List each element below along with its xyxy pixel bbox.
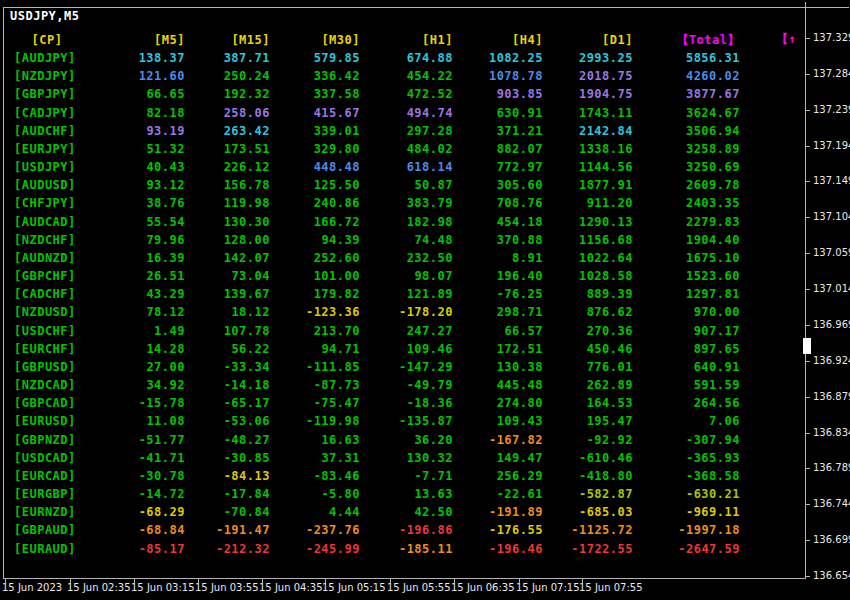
pair-label: [GBPCAD] [14, 396, 80, 410]
value-cell: 107.78 [185, 324, 270, 338]
pair-label: [NZDCAD] [14, 378, 80, 392]
time-label: 15 Jun 07:15 [516, 582, 580, 593]
value-cell: 73.04 [185, 269, 270, 283]
value-cell: 142.07 [185, 251, 270, 265]
price-label: 137.329 [813, 32, 850, 43]
price-label: 137.104 [813, 211, 850, 222]
pair-label: [GBPJPY] [14, 87, 80, 101]
value-cell: -15.78 [80, 396, 185, 410]
table-row: [GBPNZD]-51.77-48.2716.6336.20-167.82-92… [14, 431, 740, 449]
value-cell: 128.00 [185, 233, 270, 247]
value-cell: -18.36 [360, 396, 453, 410]
value-cell: 18.12 [185, 305, 270, 319]
value-cell: -178.20 [360, 305, 453, 319]
axis-separator-vertical [805, 2, 806, 578]
price-label: 137.194 [813, 140, 850, 151]
value-cell: 16.63 [270, 433, 360, 447]
value-cell: -68.29 [80, 505, 185, 519]
value-cell: 37.31 [270, 451, 360, 465]
pair-label: [AUDJPY] [14, 51, 80, 65]
value-cell: 149.47 [453, 451, 543, 465]
value-cell: 130.30 [185, 215, 270, 229]
value-cell: -969.11 [633, 505, 740, 519]
value-cell: 164.53 [543, 396, 633, 410]
column-header: [M30] [270, 33, 360, 47]
price-label: 136.699 [813, 534, 850, 545]
pair-label: [EURUSD] [14, 414, 80, 428]
value-cell: 5856.31 [633, 51, 740, 65]
table-row: [EURUSD]11.08-53.06-119.98-135.87109.431… [14, 412, 740, 430]
value-cell: -123.36 [270, 305, 360, 319]
value-cell: 3250.69 [633, 160, 740, 174]
value-cell: 179.82 [270, 287, 360, 301]
value-cell: 2403.35 [633, 196, 740, 210]
value-cell: 11.08 [80, 414, 185, 428]
value-cell: -135.87 [360, 414, 453, 428]
value-cell: 630.91 [453, 106, 543, 120]
value-cell: 195.47 [543, 414, 633, 428]
value-cell: 305.60 [453, 178, 543, 192]
value-cell: 192.32 [185, 87, 270, 101]
value-cell: 226.12 [185, 160, 270, 174]
value-cell: -7.71 [360, 469, 453, 483]
value-cell: -167.82 [453, 433, 543, 447]
value-cell: 173.51 [185, 142, 270, 156]
value-cell: -610.46 [543, 451, 633, 465]
value-cell: 298.71 [453, 305, 543, 319]
price-tick [805, 361, 810, 362]
value-cell: 1022.64 [543, 251, 633, 265]
pair-label: [AUDCHF] [14, 124, 80, 138]
value-cell: -17.84 [185, 487, 270, 501]
value-cell: 34.92 [80, 378, 185, 392]
value-cell: 1.49 [80, 324, 185, 338]
price-tick [805, 110, 810, 111]
value-cell: 66.65 [80, 87, 185, 101]
time-label: 15 Jun 05:55 [387, 582, 451, 593]
value-cell: -191.89 [453, 505, 543, 519]
table-row: [NZDJPY]121.60250.24336.42454.221078.782… [14, 67, 740, 85]
value-cell: -70.84 [185, 505, 270, 519]
value-cell: 472.52 [360, 87, 453, 101]
price-label: 136.879 [813, 391, 850, 402]
value-cell: -85.17 [80, 542, 185, 556]
value-cell: -68.84 [80, 523, 185, 537]
table-row: [GBPAUD]-68.84-191.47-237.76-196.86-176.… [14, 521, 740, 539]
value-cell: 258.06 [185, 106, 270, 120]
value-cell: -5.80 [270, 487, 360, 501]
value-cell: 297.28 [360, 124, 453, 138]
price-label: 136.834 [813, 427, 850, 438]
value-cell: 14.28 [80, 342, 185, 356]
value-cell: 139.67 [185, 287, 270, 301]
price-tick [805, 504, 810, 505]
value-cell: -119.98 [270, 414, 360, 428]
pair-label: [AUDUSD] [14, 178, 80, 192]
value-cell: 213.70 [270, 324, 360, 338]
value-cell: 3624.67 [633, 106, 740, 120]
value-cell: -365.93 [633, 451, 740, 465]
value-cell: 109.43 [453, 414, 543, 428]
value-cell: 109.46 [360, 342, 453, 356]
value-cell: 3877.67 [633, 87, 740, 101]
price-tick [805, 146, 810, 147]
table-row: [AUDCHF]93.19263.42339.01297.28371.21214… [14, 122, 740, 140]
value-cell: 876.62 [543, 305, 633, 319]
value-cell: 903.85 [453, 87, 543, 101]
value-cell: -83.46 [270, 469, 360, 483]
value-cell: 264.56 [633, 396, 740, 410]
value-cell: 125.50 [270, 178, 360, 192]
value-cell: 907.17 [633, 324, 740, 338]
value-cell: 94.71 [270, 342, 360, 356]
table-header-row: [CP][M5][M15][M30][H1][H4][D1]【Total】 [14, 31, 740, 49]
value-cell: 121.60 [80, 69, 185, 83]
time-label: 15 Jun 2023 [2, 582, 62, 593]
time-label: 15 Jun 04:35 [259, 582, 323, 593]
value-cell: 1904.75 [543, 87, 633, 101]
value-cell: -368.58 [633, 469, 740, 483]
value-cell: 270.36 [543, 324, 633, 338]
column-header: [CP] [14, 33, 80, 47]
value-cell: 4260.02 [633, 69, 740, 83]
time-label: 15 Jun 03:15 [131, 582, 195, 593]
value-cell: -53.06 [185, 414, 270, 428]
price-tick [805, 74, 810, 75]
value-cell: 1675.10 [633, 251, 740, 265]
